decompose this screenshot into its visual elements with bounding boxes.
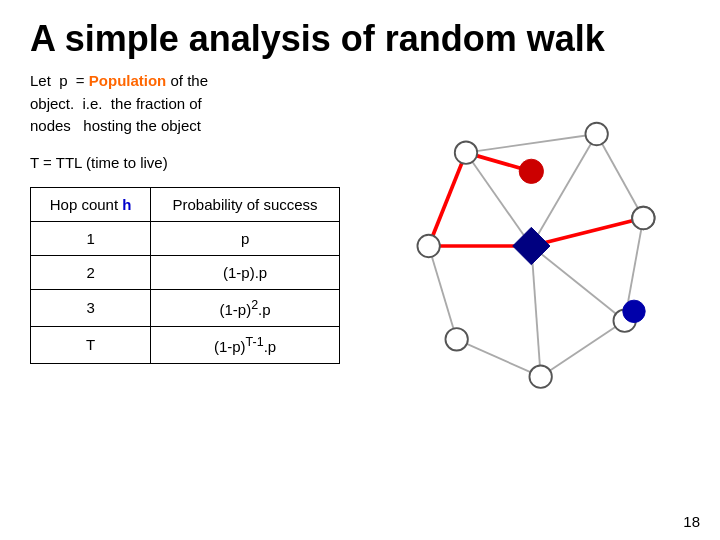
hop-count-header: Hop count h <box>31 187 151 221</box>
prob-value: (1-p)T-1.p <box>151 326 340 363</box>
page-title: A simple analysis of random walk <box>0 0 720 70</box>
hop-value: 1 <box>31 221 151 255</box>
svg-line-3 <box>541 321 625 377</box>
table-row: 3(1-p)2.p <box>31 289 340 326</box>
probability-header: Probability of success <box>151 187 340 221</box>
description: Let p = Population of the object. i.e. t… <box>30 70 390 138</box>
svg-point-25 <box>519 159 543 183</box>
svg-line-4 <box>457 339 541 376</box>
svg-line-1 <box>597 134 644 218</box>
svg-point-26 <box>632 207 654 229</box>
svg-marker-24 <box>513 227 550 264</box>
svg-line-0 <box>466 134 597 153</box>
svg-line-10 <box>531 246 624 321</box>
hop-value: 2 <box>31 255 151 289</box>
probability-table: Hop count h Probability of success 1p2(1… <box>30 187 340 364</box>
prob-value: (1-p).p <box>151 255 340 289</box>
svg-line-11 <box>531 246 540 377</box>
hop-value: 3 <box>31 289 151 326</box>
prob-value: p <box>151 221 340 255</box>
table-row: 1p <box>31 221 340 255</box>
table-row: 2(1-p).p <box>31 255 340 289</box>
table-row: T(1-p)T-1.p <box>31 326 340 363</box>
hop-value: T <box>31 326 151 363</box>
graph-panel <box>410 70 690 450</box>
svg-point-23 <box>417 235 439 257</box>
svg-point-27 <box>623 300 645 322</box>
svg-line-16 <box>531 218 643 246</box>
page-number: 18 <box>683 513 700 530</box>
svg-line-14 <box>429 153 466 246</box>
svg-point-22 <box>445 328 467 350</box>
svg-point-18 <box>585 123 607 145</box>
svg-point-17 <box>455 141 477 163</box>
svg-line-8 <box>531 134 596 246</box>
ttl-line: T = TTL (time to live) <box>30 154 390 171</box>
prob-value: (1-p)2.p <box>151 289 340 326</box>
svg-point-21 <box>529 365 551 387</box>
svg-line-5 <box>429 246 457 339</box>
